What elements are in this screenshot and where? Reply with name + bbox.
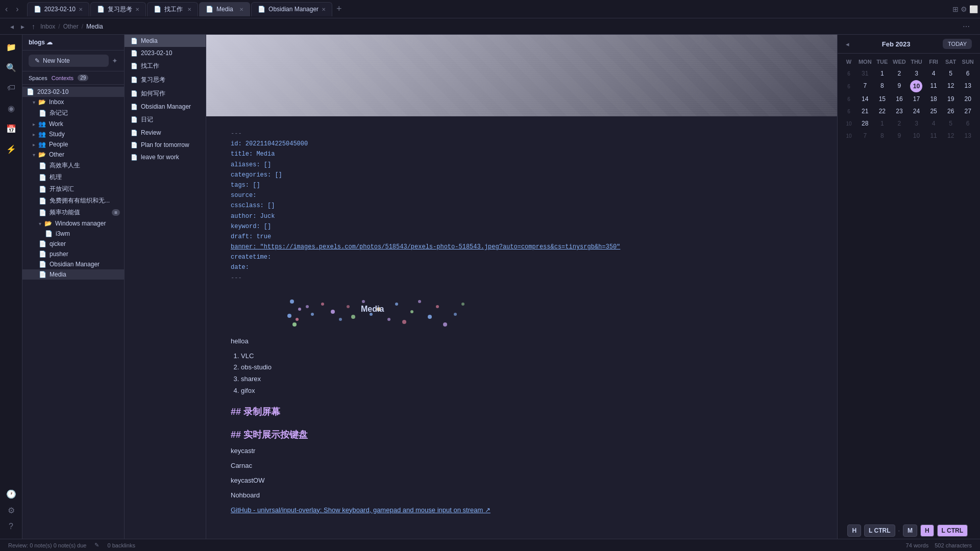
sidebar-clock-icon[interactable]: 🕐 xyxy=(3,486,19,502)
tree-item-shupin[interactable]: 📄 频率功能值 ≡ xyxy=(22,207,124,218)
cal-day-m1[interactable]: 1 xyxy=(874,118,891,129)
tab-review[interactable]: 📄 复习思考 ✕ xyxy=(90,2,146,16)
tab-date[interactable]: 📄 2023-02-10 ✕ xyxy=(27,2,89,16)
cal-day-m6[interactable]: 6 xyxy=(960,118,976,129)
tree-item-gaoxiao[interactable]: 📄 高效率人生 xyxy=(22,160,124,171)
breadcrumb-inbox[interactable]: Inbox xyxy=(40,23,55,30)
cal-day-8[interactable]: 8 xyxy=(874,80,891,92)
recent-ruhe[interactable]: 📄 如何写作 xyxy=(125,87,206,101)
cal-day-26[interactable]: 26 xyxy=(943,106,959,117)
tree-item-mianzhai[interactable]: 📄 免费拥有有组织和无... xyxy=(22,195,124,207)
cal-day-10[interactable]: 10 xyxy=(910,80,922,92)
document-content[interactable]: --- id: 20221104225045000 title: Media a… xyxy=(206,116,837,539)
tree-item-inbox[interactable]: ▾ 📂 Inbox xyxy=(22,97,124,107)
sidebar-plugin-icon[interactable]: ⚡ xyxy=(3,141,19,157)
recent-review[interactable]: 📄 Review xyxy=(125,127,206,139)
cal-day-6[interactable]: 6 xyxy=(960,68,976,79)
recent-leave[interactable]: 📄 leave for work xyxy=(125,151,206,163)
recent-obsidian[interactable]: 📄 Obsidian Manager xyxy=(125,101,206,113)
cal-day-16[interactable]: 16 xyxy=(891,93,908,105)
cal-day-m9[interactable]: 9 xyxy=(891,130,908,141)
cal-day-14[interactable]: 14 xyxy=(857,93,873,105)
cal-day-21[interactable]: 21 xyxy=(857,106,873,117)
tab-media[interactable]: 📄 Media ✕ xyxy=(199,2,250,16)
cal-day-25[interactable]: 25 xyxy=(925,106,942,117)
tree-item-zazhiji[interactable]: 📄 杂记记 xyxy=(22,107,124,119)
layout-button[interactable]: ⊞ xyxy=(952,5,959,13)
tree-item-i3wm[interactable]: 📄 i3wm xyxy=(22,229,124,239)
cal-day-m13[interactable]: 13 xyxy=(960,130,976,141)
recent-plan[interactable]: 📄 Plan for tomorrow xyxy=(125,139,206,151)
cal-day-11[interactable]: 11 xyxy=(925,80,942,92)
cal-day-18[interactable]: 18 xyxy=(925,93,942,105)
cal-day-m11[interactable]: 11 xyxy=(925,130,942,141)
cal-day-7[interactable]: 7 xyxy=(857,80,873,92)
recent-riji[interactable]: 📄 日记 xyxy=(125,113,206,127)
sidebar-settings-icon[interactable]: ⚙ xyxy=(3,502,19,518)
cal-day-1[interactable]: 1 xyxy=(874,68,891,79)
cal-day-m12[interactable]: 12 xyxy=(943,130,959,141)
cal-day-22[interactable]: 22 xyxy=(874,106,891,117)
tab-work-close[interactable]: ✕ xyxy=(187,7,191,12)
cal-day-m5[interactable]: 5 xyxy=(943,118,959,129)
nav-forward-button[interactable]: › xyxy=(13,4,21,15)
recent-date[interactable]: 📄 2023-02-10 xyxy=(125,47,206,59)
cal-day-3[interactable]: 3 xyxy=(909,68,925,79)
sidebar-files-icon[interactable]: 📁 xyxy=(3,39,19,55)
nav-back-button[interactable]: ‹ xyxy=(2,4,11,15)
recent-media[interactable]: 📄 Media xyxy=(125,35,206,47)
cal-day-4[interactable]: 4 xyxy=(925,68,942,79)
sidebar-calendar-icon[interactable]: 📅 xyxy=(3,120,19,137)
breadcrumb-other[interactable]: Other xyxy=(63,23,79,30)
cal-prev-button[interactable]: ◂ xyxy=(846,40,849,48)
cal-day-27[interactable]: 27 xyxy=(960,106,976,117)
tree-item-people[interactable]: ▸ 👥 People xyxy=(22,139,124,149)
cal-day-28[interactable]: 28 xyxy=(857,118,873,129)
tree-item-kaifang[interactable]: 📄 开放词汇 xyxy=(22,183,124,195)
tree-item-media[interactable]: 📄 Media xyxy=(22,269,124,280)
sidebar-graph-icon[interactable]: ◉ xyxy=(3,100,19,116)
recent-gongzuo[interactable]: 📄 找工作 xyxy=(125,59,206,73)
tree-item-other[interactable]: ▾ 📂 Other xyxy=(22,149,124,160)
cal-day-m10[interactable]: 10 xyxy=(909,130,925,141)
cal-day-2[interactable]: 2 xyxy=(891,68,908,79)
breadcrumb-nav-right[interactable]: ▸ xyxy=(19,21,27,32)
tree-item-obsidian-manager[interactable]: 📄 Obsidian Manager xyxy=(22,259,124,269)
sidebar-tags-icon[interactable]: 🏷 xyxy=(3,80,19,96)
cal-day-20[interactable]: 20 xyxy=(960,93,976,105)
cal-day-m4[interactable]: 4 xyxy=(925,118,942,129)
cal-day-m3[interactable]: 3 xyxy=(909,118,925,129)
cal-day-15[interactable]: 15 xyxy=(874,93,891,105)
more-options-button[interactable]: ⋯ xyxy=(961,21,972,32)
cal-day-9[interactable]: 9 xyxy=(891,80,908,92)
recent-fuxisi[interactable]: 📄 复习思考 xyxy=(125,73,206,87)
cal-day-23[interactable]: 23 xyxy=(891,106,908,117)
cal-day-13[interactable]: 13 xyxy=(960,80,976,92)
cal-day-5[interactable]: 5 xyxy=(943,68,959,79)
tree-item-recent-date[interactable]: 📄 2023-02-10 xyxy=(22,87,124,97)
github-link[interactable]: GitHub - univrsal/input-overlay: Show ke… xyxy=(231,506,491,514)
cal-day-24[interactable]: 24 xyxy=(909,106,925,117)
today-button[interactable]: TODAY xyxy=(943,39,972,49)
cal-day-12[interactable]: 12 xyxy=(943,80,959,92)
tree-item-jili[interactable]: 📄 机理 xyxy=(22,171,124,183)
cal-day-m2[interactable]: 2 xyxy=(891,118,908,129)
tree-item-windows-manager[interactable]: ▾ 📂 Windows manager xyxy=(22,218,124,229)
cal-day-31[interactable]: 31 xyxy=(857,68,873,79)
new-note-button[interactable]: ✎ New Note xyxy=(29,55,109,67)
tab-review-close[interactable]: ✕ xyxy=(135,7,139,12)
breadcrumb-nav-up[interactable]: ↑ xyxy=(30,21,37,32)
cal-day-17[interactable]: 17 xyxy=(909,93,925,105)
tree-item-work[interactable]: ▸ 👥 Work xyxy=(22,119,124,129)
sidebar-search-icon[interactable]: 🔍 xyxy=(3,59,19,76)
new-tab-button[interactable]: + xyxy=(333,4,345,14)
settings-button[interactable]: ⚙ xyxy=(961,5,967,13)
cal-day-m7[interactable]: 7 xyxy=(857,130,873,141)
config-button[interactable]: ✦ xyxy=(112,57,118,65)
maximize-button[interactable]: ⬜ xyxy=(969,5,978,13)
tree-item-study[interactable]: ▸ 👥 Study xyxy=(22,129,124,139)
tab-obsidian[interactable]: 📄 Obsidian Manager ✕ xyxy=(251,2,332,16)
cal-day-19[interactable]: 19 xyxy=(943,93,959,105)
tab-work[interactable]: 📄 找工作 ✕ xyxy=(147,2,198,16)
tree-item-pusher[interactable]: 📄 pusher xyxy=(22,249,124,259)
